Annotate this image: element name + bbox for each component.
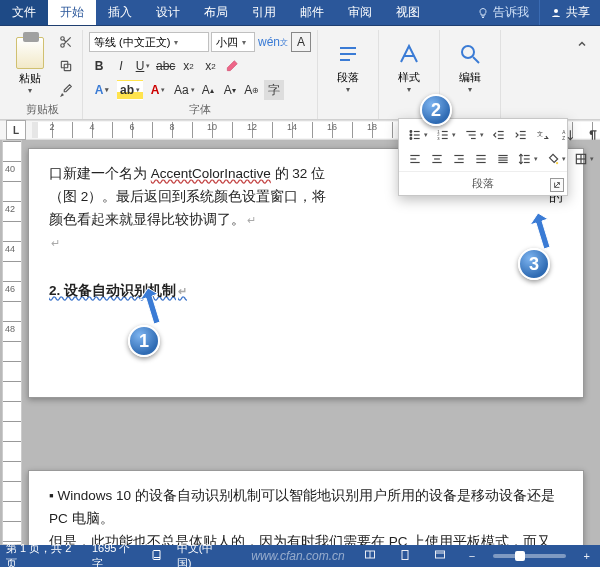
page2-para-1: ▪ Windows 10 的设备自动识别机制可以智能地识别用户所用的设备是移动设… xyxy=(49,485,563,531)
grow-font-button[interactable]: A▴ xyxy=(198,80,218,100)
decrease-indent-button[interactable] xyxy=(489,125,509,145)
shrink-font-button[interactable]: A▾ xyxy=(220,80,240,100)
vruler-tick: 48 xyxy=(5,324,15,334)
view-read-mode[interactable] xyxy=(359,549,381,563)
multilevel-list-button[interactable]: ▾ xyxy=(461,125,487,145)
align-justify-button[interactable] xyxy=(471,149,491,169)
tab-home[interactable]: 开始 xyxy=(48,0,96,25)
borders-icon xyxy=(574,152,588,166)
tab-mail[interactable]: 邮件 xyxy=(288,0,336,25)
sort-button[interactable]: AZ xyxy=(555,125,581,145)
character-border-button[interactable]: A xyxy=(291,32,311,52)
find-icon xyxy=(456,40,484,68)
editing-label: 编辑 xyxy=(459,70,481,85)
align-center-button[interactable] xyxy=(427,149,447,169)
paragraph-label: 段落 xyxy=(337,70,359,85)
strikethrough-button[interactable]: abc xyxy=(155,56,176,76)
zoom-out-button[interactable]: − xyxy=(465,550,479,562)
group-paragraph: 段落 ▾ xyxy=(318,30,379,119)
superscript-button[interactable]: x2 xyxy=(200,56,220,76)
callout-2: 2 xyxy=(420,94,452,126)
status-proofing-icon[interactable] xyxy=(151,549,163,563)
tab-layout[interactable]: 布局 xyxy=(192,0,240,25)
clear-formatting-button[interactable] xyxy=(222,56,242,76)
svg-text:Z: Z xyxy=(562,136,565,141)
copy-icon xyxy=(59,59,73,73)
group-clipboard: 粘贴 ▾ 剪贴板 xyxy=(2,30,83,119)
collapse-ribbon-button[interactable] xyxy=(572,34,592,54)
text-effects-button[interactable]: A▾ xyxy=(89,80,115,100)
subscript-button[interactable]: x2 xyxy=(178,56,198,76)
character-shading-button[interactable]: 字 xyxy=(264,80,284,100)
align-left-button[interactable] xyxy=(405,149,425,169)
zoom-slider[interactable] xyxy=(493,554,565,558)
phonetic-guide-button[interactable]: wén文 xyxy=(257,32,289,52)
svg-point-14 xyxy=(410,138,412,140)
font-color-button[interactable]: A▾ xyxy=(145,80,171,100)
underline-button[interactable]: U▾ xyxy=(133,56,153,76)
tab-references[interactable]: 引用 xyxy=(240,0,288,25)
align-right-button[interactable] xyxy=(449,149,469,169)
clipboard-icon xyxy=(16,37,44,69)
zoom-in-button[interactable]: + xyxy=(580,550,594,562)
tab-view[interactable]: 视图 xyxy=(384,0,432,25)
tell-me[interactable]: 告诉我 xyxy=(467,0,539,25)
book-icon xyxy=(151,549,163,561)
enclose-characters-button[interactable]: A⊕ xyxy=(242,80,262,100)
brush-icon xyxy=(59,83,73,97)
copy-button[interactable] xyxy=(56,56,76,76)
borders-button[interactable]: ▾ xyxy=(571,149,597,169)
cut-button[interactable] xyxy=(56,32,76,52)
paragraph-dialog-launcher[interactable] xyxy=(550,178,564,192)
tab-insert[interactable]: 插入 xyxy=(96,0,144,25)
bullets-button[interactable]: ▾ xyxy=(405,125,431,145)
tell-me-label: 告诉我 xyxy=(493,4,529,21)
text-direction-icon: 文 xyxy=(536,128,550,142)
align-distributed-button[interactable] xyxy=(493,149,513,169)
svg-point-8 xyxy=(462,46,474,58)
shading-button[interactable]: ▾ xyxy=(543,149,569,169)
paragraph-button[interactable]: 段落 ▾ xyxy=(324,36,372,98)
numbering-button[interactable]: 123▾ xyxy=(433,125,459,145)
pilcrow-icon: ↵ xyxy=(178,285,187,297)
tab-file[interactable]: 文件 xyxy=(0,0,48,25)
vruler-tick: 46 xyxy=(5,284,15,294)
svg-point-0 xyxy=(554,9,558,13)
ruler-tick: 2 xyxy=(32,122,72,132)
view-print-layout[interactable] xyxy=(395,549,415,563)
show-marks-button[interactable] xyxy=(583,125,600,145)
styles-button[interactable]: 样式 ▾ xyxy=(385,36,433,98)
pilcrow-icon xyxy=(586,128,600,142)
annotation-arrow-1 xyxy=(140,288,170,328)
view-web-layout[interactable] xyxy=(429,549,451,563)
tab-design[interactable]: 设计 xyxy=(144,0,192,25)
tab-stop-selector[interactable]: L xyxy=(6,120,26,140)
status-language[interactable]: 中文(中国) xyxy=(177,541,223,567)
styles-icon xyxy=(395,40,423,68)
multilevel-icon xyxy=(464,128,478,142)
italic-button[interactable]: I xyxy=(111,56,131,76)
svg-text:文: 文 xyxy=(537,130,543,137)
font-name-combo[interactable]: 等线 (中文正文) ▾ xyxy=(89,32,209,52)
highlight-button[interactable]: ab▾ xyxy=(117,80,143,100)
status-words[interactable]: 1695 个字 xyxy=(92,541,137,567)
ltr-button[interactable]: 文 xyxy=(533,125,553,145)
editing-button[interactable]: 编辑 ▾ xyxy=(446,36,494,98)
change-case-button[interactable]: Aa▾ xyxy=(173,80,196,100)
status-page[interactable]: 第 1 页，共 2 页 xyxy=(6,541,78,567)
share-button[interactable]: 共享 xyxy=(539,0,600,25)
vruler-tick: 42 xyxy=(5,204,15,214)
increase-indent-button[interactable] xyxy=(511,125,531,145)
bold-button[interactable]: B xyxy=(89,56,109,76)
vertical-ruler[interactable]: 40 42 44 46 48 xyxy=(2,140,22,545)
ruler-tick: 8 xyxy=(152,122,192,132)
font-size-combo[interactable]: 小四 ▾ xyxy=(211,32,255,52)
chevron-down-icon: ▾ xyxy=(407,85,411,94)
pilcrow-icon: ↵ xyxy=(51,237,60,249)
paste-button[interactable]: 粘贴 ▾ xyxy=(8,33,52,99)
tab-review[interactable]: 审阅 xyxy=(336,0,384,25)
lightbulb-icon xyxy=(477,7,489,19)
line-spacing-button[interactable]: ▾ xyxy=(515,149,541,169)
page-2[interactable]: ▪ Windows 10 的设备自动识别机制可以智能地识别用户所用的设备是移动设… xyxy=(28,470,584,545)
format-painter-button[interactable] xyxy=(56,80,76,100)
